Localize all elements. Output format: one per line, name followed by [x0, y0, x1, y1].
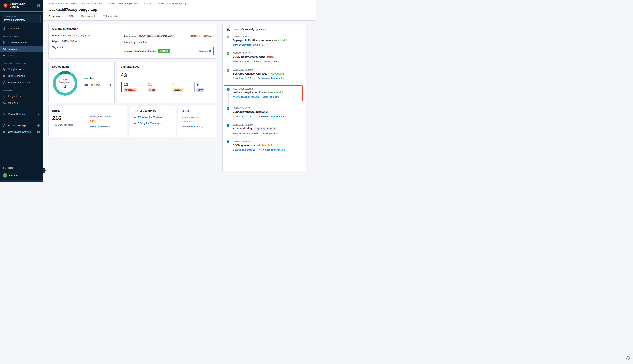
- signed-by-badge: Signed by Lavakush: [254, 127, 277, 130]
- sidebar-item-artifacts[interactable]: Artifacts: [0, 46, 43, 52]
- chain-of-custody-panel: Chain of Custody (7 events) 01/16/2025 0…: [222, 24, 306, 172]
- tab-overview[interactable]: Overview: [48, 15, 60, 20]
- breadcrumb-account-link[interactable]: Account: Automation-SSCA: [48, 2, 78, 5]
- prod-color-swatch: [84, 78, 88, 79]
- sidebar-item-label: Pipelines: [8, 102, 18, 104]
- generation-event-icon: [226, 107, 230, 110]
- view-execution-results-link[interactable]: View execution results: [233, 96, 259, 98]
- signature-timestamp: 01/16/2025 03:26pm: [190, 34, 212, 37]
- sidebar-item-remediation-tracker[interactable]: Remediation Tracker: [0, 79, 43, 86]
- view-deployment-details-link[interactable]: View deployment details: [233, 44, 264, 46]
- sidebar-item-label: Rule Definitions: [8, 74, 25, 77]
- view-log-entry-link[interactable]: View log entry: [263, 96, 279, 98]
- avatar: L: [3, 173, 7, 178]
- tab-vulnerabilities[interactable]: Vulnerabilities: [103, 15, 119, 20]
- legend-item-pre-prod: Pre Prod 0: [84, 84, 111, 86]
- download-sbom-link[interactable]: Download SBOM: [233, 148, 255, 151]
- critical-label: CRITICAL: [124, 88, 137, 92]
- artifact-tags: v5: [60, 46, 63, 48]
- event-status: successful: [270, 91, 283, 94]
- info-circle-icon: [37, 124, 40, 127]
- app-logo: Supply Chain Security: [0, 0, 43, 12]
- section-header-risk-and-compliance: RISK AND COMPLIANCE: [0, 59, 43, 66]
- severity-critical: 12 CRITICAL: [122, 82, 137, 92]
- donut-center-label: Total Deployments: [59, 78, 72, 84]
- sbom-violations-card: SBOM Violations 637 Allow list Violation…: [130, 106, 176, 137]
- view-execution-results-link[interactable]: View execution results: [254, 60, 280, 63]
- download-sbom-link[interactable]: Download SBOM: [89, 125, 111, 128]
- download-slsa-link[interactable]: Download SLSA: [233, 77, 254, 80]
- view-log-link[interactable]: View log: [198, 50, 211, 52]
- tags-label: Tags:: [52, 46, 58, 48]
- slsa-card: SLSA SLSA Verification Successful Downlo…: [178, 106, 216, 137]
- sidebar-nav: Get Started SUPPLY CHAIN Code Repositori…: [0, 24, 43, 135]
- verification-event-icon: [226, 69, 230, 72]
- breadcrumb-artifacts-link[interactable]: Artifacts: [144, 2, 152, 5]
- name-label: Name:: [52, 34, 60, 37]
- view-execution-results-link[interactable]: View execution results: [233, 132, 258, 134]
- view-execution-results-link[interactable]: View execution results: [258, 115, 284, 118]
- section-header-supply-chain: SUPPLY CHAIN: [0, 32, 43, 39]
- severity-medium: 7 MEDIUM: [170, 82, 186, 92]
- signed-by-label: Signed by:: [124, 41, 136, 44]
- sidebar-item-label: Get Started: [8, 27, 20, 30]
- sidebar-item-label: Artifacts: [8, 48, 17, 50]
- sidebar-item-account-settings[interactable]: Account Settings: [0, 122, 43, 129]
- deny-list-violations-link[interactable]: 2 Deny list Violations: [138, 122, 162, 124]
- sidebar-item-code-repositories[interactable]: Code Repositories: [0, 39, 43, 46]
- sidebar-item-compliance[interactable]: Compliance: [0, 66, 43, 73]
- signature-value: MEQCICde2VjIT...bL+2+mqnOXw==: [138, 34, 176, 38]
- sbom-generated-event-icon: [226, 140, 230, 143]
- hierarchy-icon: [226, 28, 230, 31]
- view-log-entry-link[interactable]: View log entry: [262, 132, 278, 134]
- digest-label: Digest:: [52, 40, 60, 43]
- sidebar-item-label: Account Settings: [8, 124, 26, 127]
- view-execution-results-link[interactable]: View execution results: [258, 77, 284, 80]
- tab-deployments[interactable]: Deployments: [81, 15, 96, 20]
- sidebar-item-organization-settings[interactable]: Organization Settings: [0, 129, 43, 135]
- logo-title-line1: Supply Chain: [10, 2, 25, 6]
- download-icon: [109, 126, 111, 128]
- allow-list-violations-link[interactable]: 637 Allow list Violations: [138, 116, 164, 118]
- event-timestamp: 01/16/2025 03:25pm: [233, 140, 302, 143]
- breadcrumb-project-link[interactable]: Project: Product Exploratory: [109, 2, 139, 5]
- view-execution-results-link[interactable]: View execution results: [259, 148, 285, 151]
- policy-event-icon: [226, 52, 230, 55]
- user-menu[interactable]: L Lavakush: [0, 171, 43, 180]
- download-icon: [252, 115, 254, 118]
- download-icon: [253, 149, 255, 151]
- sidebar-item-get-started[interactable]: Get Started: [0, 26, 43, 32]
- signed-by-value: Lavakush: [138, 41, 148, 44]
- breadcrumb-org-link[interactable]: Organization: default: [82, 2, 104, 5]
- sidebar-item-integrations[interactable]: Integrations: [0, 93, 43, 100]
- deployments-card: Deployments Total Deployments 1: [48, 62, 115, 103]
- sidebar-item-rule-definitions[interactable]: Rule Definitions: [0, 73, 43, 79]
- event-title: Deployed to Prod2 environment: [233, 39, 272, 42]
- total-dependencies-count: 216: [52, 115, 84, 121]
- sidebar-item-pipelines[interactable]: Pipelines: [0, 100, 43, 106]
- event-title: SLSA provenance generation: [233, 110, 268, 113]
- download-slsa-link[interactable]: Download SLSA: [182, 125, 203, 128]
- person-icon: [3, 124, 6, 127]
- sidebar-item-project-settings[interactable]: Project Settings: [0, 111, 43, 117]
- logo-title-line2: Security: [10, 6, 25, 8]
- project-selector[interactable]: PROJECT Product Exploratory: [2, 14, 41, 23]
- sidebar-item-cicd[interactable]: CI/CD: [0, 52, 43, 59]
- signing-event-icon: [226, 124, 230, 127]
- sidebar-item-label: Help: [8, 166, 13, 169]
- event-timestamp: 01/16/2025 03:27pm: [233, 69, 302, 71]
- view-violations-link[interactable]: View violations: [233, 60, 250, 63]
- breadcrumb-separator-icon: [79, 3, 81, 4]
- document-icon: [3, 74, 6, 78]
- severity-breakdown: 12 CRITICAL 15 HIGH 7 MEDIUM 9: [121, 82, 212, 92]
- tab-bar: Overview SBOM Deployments Vulnerabilitie…: [48, 15, 311, 20]
- app-switcher-icon[interactable]: [37, 4, 40, 7]
- project-label: PROJECT: [7, 16, 16, 18]
- sidebar-item-help[interactable]: Help: [0, 164, 43, 171]
- breadcrumb-current-link[interactable]: lavakush07/easy-buggy-app: [157, 2, 187, 5]
- tab-sbom[interactable]: SBOM: [67, 15, 74, 20]
- integrity-status-label: Integrity Verification Status:: [124, 50, 156, 52]
- sbom-quality-score-value: 6.13: [89, 120, 96, 123]
- download-slsa-link[interactable]: Download SLSA: [233, 115, 254, 118]
- card-title: SBOM Violations: [134, 109, 172, 112]
